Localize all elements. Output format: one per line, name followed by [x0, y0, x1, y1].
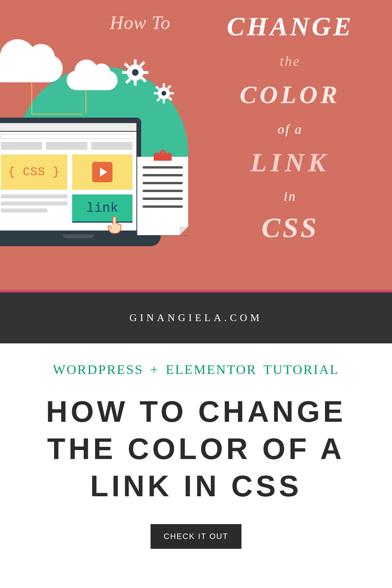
- text-lines-placeholder: [1, 194, 67, 223]
- tutorial-category: WORDPRESS + ELEMENTOR TUTORIAL: [16, 362, 376, 377]
- hero-text-ofa: of a: [204, 122, 376, 137]
- svg-rect-2: [134, 80, 137, 86]
- css-card: { CSS }: [1, 154, 67, 190]
- hero-text-the: the: [204, 53, 376, 69]
- svg-rect-18: [156, 98, 160, 102]
- clipboard-clip: [154, 153, 172, 161]
- browser-urlbar: [0, 134, 133, 139]
- hero-illustration: { CSS } link: [0, 43, 204, 286]
- gear-icon: [122, 59, 149, 86]
- connector-line: [85, 90, 86, 114]
- hero-text-change: CHANGE: [204, 11, 376, 42]
- hero-text-css: CSS: [204, 212, 376, 244]
- laptop-trackpad-lip: [63, 234, 94, 238]
- svg-rect-1: [134, 59, 137, 65]
- gear-icon: [153, 82, 175, 104]
- svg-rect-12: [163, 100, 165, 103]
- hero-text-link: LINK: [204, 147, 376, 178]
- lower-content: WORDPRESS + ELEMENTOR TUTORIAL HOW TO CH…: [0, 343, 392, 561]
- browser-titlebar: [0, 123, 136, 132]
- laptop-screen: { CSS } link: [0, 123, 136, 230]
- svg-rect-6: [141, 77, 147, 83]
- link-card-label: link: [86, 201, 118, 216]
- hero-banner: How To CHANGE the COLOR of a LINK in CSS: [0, 0, 392, 290]
- cloud-icon: [0, 55, 63, 82]
- svg-rect-8: [125, 78, 131, 84]
- connector-line: [31, 114, 82, 114]
- svg-rect-5: [124, 62, 130, 68]
- nav-placeholders: [0, 142, 136, 150]
- connector-line: [31, 82, 32, 114]
- cloud-icon: [67, 71, 118, 90]
- svg-rect-16: [168, 96, 172, 101]
- video-card: [72, 154, 132, 190]
- svg-rect-4: [143, 71, 149, 74]
- hand-cursor-icon: [107, 215, 125, 237]
- svg-rect-3: [122, 71, 127, 74]
- svg-rect-17: [167, 85, 171, 89]
- hero-text-howto: How To: [110, 12, 171, 33]
- site-domain-bar: GINANGIELA.COM: [0, 292, 392, 343]
- hero-text-color: COLOR: [204, 80, 376, 109]
- site-domain-text: GINANGIELA.COM: [129, 312, 262, 324]
- link-card: link: [72, 194, 132, 223]
- laptop-illustration: { CSS } link: [0, 118, 153, 251]
- clipboard-lines: [137, 157, 188, 217]
- hero-title-stack: CHANGE the COLOR of a LINK in CSS: [204, 8, 376, 244]
- check-it-out-button[interactable]: CHECK IT OUT: [151, 524, 242, 549]
- svg-rect-7: [140, 61, 145, 67]
- svg-point-9: [132, 69, 139, 76]
- svg-rect-15: [155, 85, 160, 90]
- svg-point-19: [162, 91, 166, 96]
- clipboard-illustration: [137, 157, 188, 235]
- play-icon: [92, 162, 113, 182]
- page-fold-icon: [180, 227, 188, 235]
- hero-text-in: in: [204, 189, 376, 204]
- svg-rect-11: [163, 83, 165, 87]
- svg-rect-14: [170, 92, 174, 94]
- svg-rect-13: [154, 92, 158, 94]
- main-title: HOW TO CHANGE THE COLOR OF A LINK IN CSS: [16, 393, 376, 505]
